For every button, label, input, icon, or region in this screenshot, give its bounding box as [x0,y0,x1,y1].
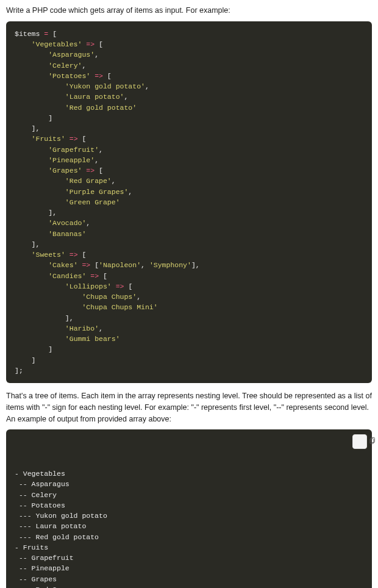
intro-text: Write a PHP code which gets array of ite… [6,5,372,16]
output-content: - Vegetables -- Asparagus -- Celery -- P… [15,468,363,588]
explanation-text: That's a tree of items. Each item in the… [6,390,372,425]
php-code-block: $items = [ 'Vegetables' => [ 'Asparagus'… [6,21,372,383]
svg-rect-1 [370,439,374,443]
svg-rect-0 [371,437,374,442]
output-code-block: - Vegetables -- Asparagus -- Celery -- P… [6,429,372,588]
copy-button[interactable] [352,434,367,449]
clipboard-icon [343,425,376,458]
